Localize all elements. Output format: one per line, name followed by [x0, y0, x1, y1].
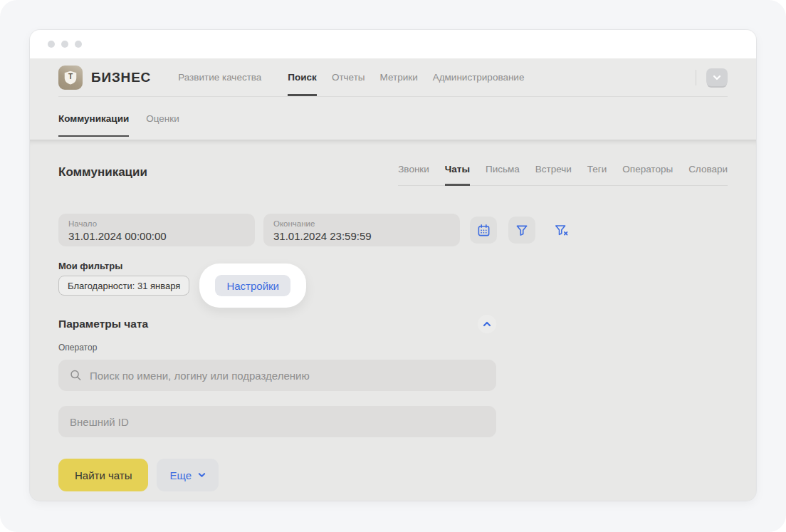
- tab-operators[interactable]: Операторы: [622, 164, 673, 174]
- tab-letters[interactable]: Письма: [486, 164, 520, 174]
- chat-params-panel: Параметры чата Оператор: [58, 315, 496, 491]
- nav-item-reports[interactable]: Отчеты: [332, 69, 365, 85]
- chat-params-header: Параметры чата: [58, 315, 496, 333]
- tab-meetings[interactable]: Встречи: [535, 164, 572, 174]
- search-icon: [70, 370, 82, 382]
- page-title: Коммуникации: [58, 164, 147, 179]
- profile-dropdown-button[interactable]: [706, 68, 728, 86]
- collapse-section-button[interactable]: [478, 315, 496, 333]
- end-date-value: 31.01.2024 23:59:59: [273, 229, 450, 243]
- end-date-field[interactable]: Окончание 31.01.2024 23:59:59: [263, 214, 460, 246]
- find-chats-button[interactable]: Найти чаты: [58, 459, 148, 491]
- operator-search-input[interactable]: [58, 360, 496, 391]
- nav-item-metrics[interactable]: Метрики: [380, 69, 418, 85]
- header-right-controls: [696, 68, 728, 86]
- actions-row: Найти чаты Еще: [58, 459, 496, 491]
- brand-row: Т БИЗНЕС Развитие качества Поиск Отчеты …: [58, 58, 728, 97]
- header-divider: [696, 70, 696, 85]
- funnel-icon: [515, 224, 529, 237]
- brand-name: БИЗНЕС: [91, 70, 151, 85]
- date-filter-row: Начало 31.01.2024 00:00:00 Окончание 31.…: [58, 214, 728, 246]
- nav-item-administration[interactable]: Администрирование: [433, 69, 525, 85]
- main-content: Коммуникации Звонки Чаты Письма Встречи …: [30, 140, 756, 501]
- window-control-dot[interactable]: [61, 41, 68, 48]
- secondary-nav: Коммуникации Оценки: [58, 97, 728, 140]
- page-head: Коммуникации Звонки Чаты Письма Встречи …: [58, 164, 728, 186]
- start-date-label: Начало: [68, 219, 245, 229]
- subnav-item-communications[interactable]: Коммуникации: [58, 110, 129, 127]
- my-filters-row: Благодарности: 31 января Настройки: [58, 276, 728, 296]
- calendar-button[interactable]: [470, 217, 497, 244]
- saved-filter-chip[interactable]: Благодарности: 31 января: [58, 276, 189, 296]
- my-filters-label: Мои фильтры: [58, 261, 728, 271]
- onboarding-spotlight: Настройки: [199, 264, 306, 308]
- brand-logo[interactable]: Т: [58, 66, 83, 90]
- clear-filters-button[interactable]: [548, 217, 575, 244]
- start-date-value: 31.01.2024 00:00:00: [68, 229, 245, 243]
- tab-calls[interactable]: Звонки: [398, 164, 429, 174]
- window-control-dot[interactable]: [75, 41, 82, 48]
- chevron-down-icon: [198, 472, 206, 478]
- filter-button[interactable]: [508, 217, 535, 244]
- filter-settings-button[interactable]: Настройки: [215, 275, 290, 296]
- nav-item-quality-development[interactable]: Развитие качества: [178, 69, 261, 85]
- external-id-input[interactable]: [58, 406, 496, 437]
- subnav-item-ratings[interactable]: Оценки: [146, 110, 179, 127]
- browser-window: Т БИЗНЕС Развитие качества Поиск Отчеты …: [30, 30, 756, 501]
- window-titlebar: [30, 30, 756, 58]
- chat-params-title: Параметры чата: [58, 318, 148, 330]
- funnel-x-icon: [554, 223, 570, 237]
- chevron-up-icon: [483, 321, 491, 327]
- calendar-icon: [477, 224, 491, 237]
- operator-label: Оператор: [58, 343, 496, 353]
- window-control-dot[interactable]: [48, 41, 55, 48]
- more-button-label: Еще: [169, 469, 192, 481]
- svg-text:Т: Т: [68, 73, 73, 80]
- app-header: Т БИЗНЕС Развитие качества Поиск Отчеты …: [30, 58, 756, 140]
- chevron-down-icon: [713, 75, 721, 80]
- tab-chats[interactable]: Чаты: [445, 164, 470, 174]
- start-date-field[interactable]: Начало 31.01.2024 00:00:00: [58, 214, 255, 246]
- end-date-label: Окончание: [273, 219, 450, 229]
- nav-item-search[interactable]: Поиск: [288, 69, 317, 85]
- page-background: Т БИЗНЕС Развитие качества Поиск Отчеты …: [0, 0, 786, 532]
- main-nav: Развитие качества Поиск Отчеты Метрики А…: [178, 69, 524, 85]
- shield-icon: Т: [63, 70, 78, 85]
- operator-search-wrap: [58, 360, 496, 391]
- tab-dictionaries[interactable]: Словари: [688, 164, 728, 174]
- tab-tags[interactable]: Теги: [587, 164, 607, 174]
- entity-tabs: Звонки Чаты Письма Встречи Теги Оператор…: [398, 164, 728, 186]
- more-button[interactable]: Еще: [157, 459, 219, 491]
